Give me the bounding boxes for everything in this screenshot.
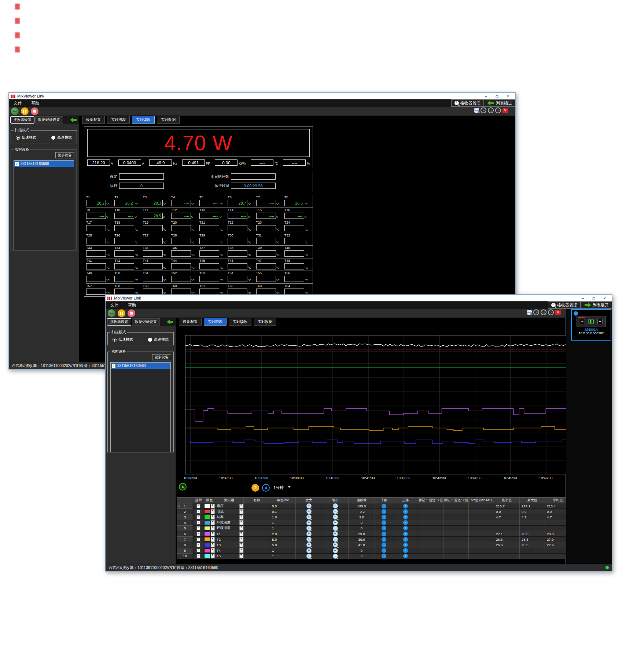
receiver-manager-button[interactable]: 接收器管理 (451, 99, 484, 107)
more-devices-button[interactable]: 更多设备 (55, 152, 74, 158)
tab-实时图表[interactable]: 实时图表 (107, 116, 130, 124)
offset-cell[interactable]: 0 (349, 548, 375, 554)
zoom-in-icon[interactable] (306, 520, 312, 525)
zoom-out-icon[interactable] (333, 548, 338, 553)
stop-button[interactable] (128, 309, 135, 317)
show-checkbox[interactable] (196, 521, 200, 525)
move-down-icon[interactable] (382, 548, 386, 553)
color-swatch[interactable] (204, 543, 210, 547)
move-up-icon[interactable] (403, 520, 408, 525)
color-swatch[interactable] (204, 515, 210, 519)
tab-receiver-settings[interactable]: 接收器设置 (10, 116, 34, 124)
set-field[interactable] (119, 173, 164, 180)
radio-high-speed[interactable]: 高速模式 (51, 135, 72, 140)
color-dropdown-icon[interactable] (211, 515, 215, 519)
unit-per-div-cell[interactable]: 1 (270, 526, 296, 531)
color-swatch[interactable] (204, 537, 210, 541)
color-swatch[interactable] (204, 526, 210, 530)
name-cell[interactable] (244, 514, 270, 520)
row-number[interactable]: 10 (177, 554, 193, 559)
zoom-in-icon[interactable] (306, 542, 312, 547)
show-checkbox[interactable] (196, 526, 200, 530)
item-dropdown-icon[interactable] (239, 554, 243, 558)
offset-cell[interactable]: 41.0 (349, 542, 375, 548)
help-icon[interactable]: ? (548, 309, 554, 315)
zoom-in-icon[interactable] (306, 503, 312, 508)
test-item-cell[interactable]: T5 (215, 554, 244, 559)
sidebar-collapse-icon[interactable] (167, 319, 174, 324)
interval-label[interactable]: 1分钟 (273, 485, 284, 491)
color-swatch[interactable] (204, 509, 210, 514)
zoom-in-icon[interactable] (306, 526, 312, 531)
offset-cell[interactable]: 195.0 (349, 503, 375, 509)
marker-off-button[interactable]: 关 (251, 484, 259, 492)
move-up-icon[interactable] (403, 515, 408, 519)
stop-button[interactable] (31, 107, 38, 115)
name-cell[interactable] (244, 542, 270, 548)
row-number[interactable]: 8 (177, 542, 193, 548)
pause-button[interactable] (21, 107, 29, 115)
zoom-in-icon[interactable] (306, 509, 312, 514)
zoom-out-icon[interactable] (333, 554, 338, 559)
show-checkbox[interactable] (196, 532, 200, 536)
item-dropdown-icon[interactable] (239, 509, 243, 514)
more-devices-button[interactable]: 更多设备 (152, 354, 171, 360)
menu-help[interactable]: 帮助 (26, 100, 44, 106)
window-icon[interactable]: ▭ (541, 309, 546, 315)
name-cell[interactable] (244, 537, 270, 542)
item-dropdown-icon[interactable] (239, 548, 243, 553)
color-dropdown-icon[interactable] (211, 537, 215, 542)
database-icon[interactable] (474, 108, 479, 113)
zoom-out-icon[interactable] (333, 520, 338, 525)
move-down-icon[interactable] (382, 515, 386, 519)
name-cell[interactable] (244, 531, 270, 537)
tab-datalog-settings[interactable]: 数据记录设置 (132, 318, 160, 326)
close-red-icon[interactable] (502, 108, 508, 113)
color-dropdown-icon[interactable] (211, 548, 215, 553)
color-swatch[interactable] (204, 532, 210, 536)
name-cell[interactable] (244, 509, 270, 514)
move-up-icon[interactable] (403, 526, 408, 530)
move-up-icon[interactable] (403, 543, 408, 547)
zoom-in-icon[interactable] (306, 514, 312, 519)
color-dropdown-icon[interactable] (211, 509, 215, 514)
minimize-icon[interactable] (577, 296, 588, 300)
close-red-icon[interactable] (555, 310, 561, 315)
titlebar[interactable]: MixViewer Link (106, 295, 612, 301)
show-checkbox[interactable] (196, 554, 200, 558)
unit-per-div-cell[interactable]: 5.0 (270, 542, 296, 548)
radio-high-speed[interactable]: 高速模式 (148, 337, 169, 342)
move-up-icon[interactable] (403, 509, 408, 514)
tab-实时数据[interactable]: 实时数据 (157, 116, 180, 124)
tab-实时图表[interactable]: 实时图表 (204, 318, 227, 326)
unit-per-div-cell[interactable]: 2.0 (270, 531, 296, 537)
radio-low-speed[interactable]: 低速模式 (113, 337, 133, 342)
unit-per-div-cell[interactable]: 0.1 (270, 509, 296, 514)
menu-file[interactable]: 文件 (106, 302, 123, 308)
close-icon[interactable] (599, 296, 610, 300)
tab-实时读数[interactable]: 实时读数 (229, 318, 251, 326)
zoom-in-icon[interactable] (306, 554, 312, 559)
cycles-field[interactable] (231, 173, 276, 180)
zoom-in-icon[interactable] (306, 548, 312, 553)
interval-dropdown-icon[interactable] (287, 486, 291, 488)
radio-low-speed[interactable]: 低速模式 (16, 135, 36, 140)
tab-receiver-settings[interactable]: 接收器设置 (107, 318, 131, 326)
tab-设备配置[interactable]: 设备配置 (179, 318, 202, 326)
device-checkbox[interactable] (15, 162, 19, 166)
close-icon[interactable] (502, 94, 513, 98)
name-cell[interactable] (244, 503, 270, 509)
compose-icon[interactable]: ↗ (533, 309, 539, 315)
zoom-out-icon[interactable] (333, 514, 338, 519)
move-up-icon[interactable] (403, 537, 408, 542)
row-number[interactable]: 5 (177, 526, 193, 531)
device-checkbox[interactable] (111, 364, 116, 368)
name-cell[interactable] (244, 520, 270, 526)
pause-button[interactable] (118, 309, 125, 317)
realtime-chart[interactable] (185, 335, 567, 474)
show-checkbox[interactable] (196, 543, 200, 547)
color-dropdown-icon[interactable] (211, 543, 215, 547)
maximize-icon[interactable] (491, 94, 502, 98)
tab-设备配置[interactable]: 设备配置 (82, 116, 105, 124)
receiver-card[interactable]: JS5901A 10113611000202 (571, 309, 611, 341)
